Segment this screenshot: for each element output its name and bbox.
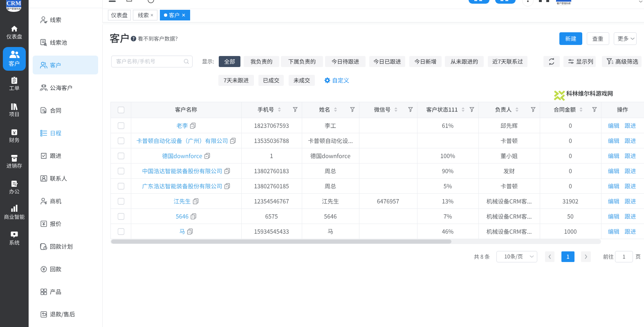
svg-text:CRM: CRM (7, 0, 21, 7)
